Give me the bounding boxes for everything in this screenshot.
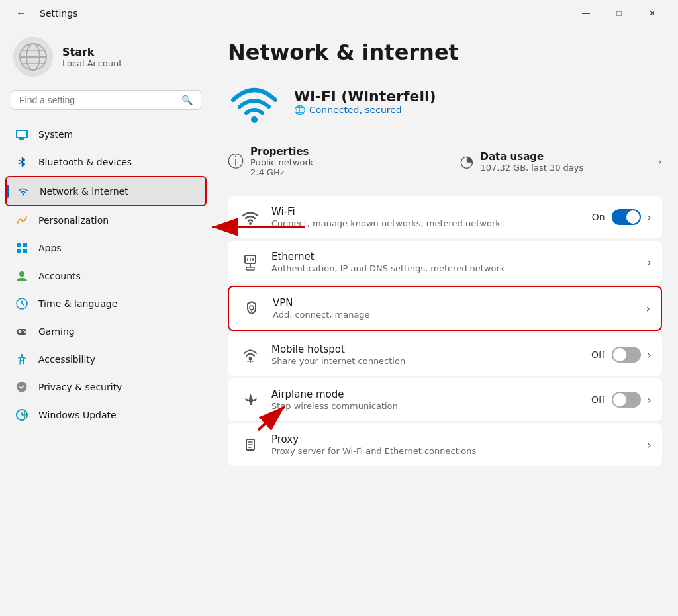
sidebar-item-accessibility[interactable]: Accessibility	[5, 345, 207, 373]
page-title: Network & internet	[228, 40, 662, 65]
vpn-card-info: VPN Add, connect, manage	[273, 297, 637, 320]
airplane-card-info: Airplane mode Stop wireless communicatio…	[271, 388, 582, 411]
svg-rect-32	[246, 267, 254, 270]
vpn-card-title: VPN	[273, 297, 637, 309]
accessibility-icon	[15, 352, 29, 367]
titlebar: ← Settings — □ ✕	[0, 0, 678, 26]
wifi-hero-icon	[228, 78, 281, 124]
wifi-status-label: On	[592, 212, 605, 222]
sidebar-item-gaming[interactable]: Gaming	[5, 318, 207, 345]
airplane-card[interactable]: Airplane mode Stop wireless communicatio…	[228, 378, 662, 421]
sidebar-item-apps[interactable]: Apps	[5, 234, 207, 262]
ethernet-card[interactable]: Ethernet Authentication, IP and DNS sett…	[228, 241, 662, 283]
proxy-card-right: ›	[648, 439, 652, 451]
hotspot-card-sub: Share your internet connection	[271, 356, 582, 366]
sidebar-item-accessibility-label: Accessibility	[38, 354, 95, 365]
svg-line-17	[22, 304, 24, 305]
properties-label: Properties	[250, 146, 313, 157]
sidebar-item-time[interactable]: Time & language	[5, 290, 207, 318]
data-usage-icon: ◔	[460, 152, 474, 171]
sidebar-item-accounts[interactable]: Accounts	[5, 262, 207, 290]
hotspot-card-info: Mobile hotspot Share your internet conne…	[271, 343, 582, 366]
wifi-toggle[interactable]	[612, 209, 641, 225]
wifi-status-text: Connected, secured	[309, 105, 402, 115]
app-container: Stark Local Account 🔍 System	[0, 26, 678, 616]
sidebar-item-personalization-label: Personalization	[38, 215, 109, 226]
search-input[interactable]	[19, 95, 176, 105]
svg-point-24	[23, 330, 24, 331]
airplane-chevron: ›	[648, 394, 652, 406]
ethernet-card-sub: Authentication, IP and DNS settings, met…	[271, 263, 638, 273]
main-content: Network & internet Wi-	[212, 26, 678, 616]
svg-point-23	[21, 331, 22, 332]
proxy-card-icon	[238, 433, 262, 457]
titlebar-left: ← Settings	[11, 3, 77, 24]
vpn-card-sub: Add, connect, manage	[273, 310, 637, 320]
properties-item[interactable]: ⓘ Properties Public network 2.4 GHz	[228, 138, 444, 185]
wifi-card[interactable]: Wi-Fi Connect, manage known networks, me…	[228, 196, 662, 238]
sidebar-item-network[interactable]: Network & internet	[5, 176, 207, 206]
properties-sub1: Public network	[250, 157, 313, 167]
search-box[interactable]: 🔍	[11, 90, 201, 110]
airplane-toggle[interactable]	[612, 392, 641, 408]
airplane-card-sub: Stop wireless communication	[271, 401, 582, 411]
proxy-card[interactable]: Proxy Proxy server for Wi-Fi and Etherne…	[228, 423, 662, 466]
system-icon	[15, 127, 29, 142]
svg-point-38	[249, 357, 252, 361]
airplane-status-label: Off	[591, 394, 605, 405]
svg-point-25	[24, 331, 26, 333]
ethernet-card-icon	[238, 250, 262, 274]
properties-sub2: 2.4 GHz	[250, 167, 313, 177]
svg-rect-7	[19, 138, 24, 140]
data-usage-item[interactable]: ◔ Data usage 107.32 GB, last 30 days ›	[444, 143, 663, 181]
wifi-card-right: On ›	[592, 209, 652, 225]
hotspot-card[interactable]: Mobile hotspot Share your internet conne…	[228, 333, 662, 376]
sidebar-item-personalization[interactable]: Personalization	[5, 206, 207, 234]
privacy-icon	[15, 380, 29, 394]
proxy-card-title: Proxy	[271, 433, 638, 445]
svg-point-22	[19, 331, 20, 332]
wifi-status: 🌐 Connected, secured	[294, 105, 436, 115]
close-button[interactable]: ✕	[637, 3, 667, 24]
sidebar-item-system[interactable]: System	[5, 120, 207, 148]
svg-point-20	[19, 330, 21, 331]
sidebar-item-gaming-label: Gaming	[38, 326, 75, 337]
user-profile: Stark Local Account	[5, 26, 207, 90]
update-icon	[15, 408, 29, 422]
network-icon	[16, 184, 30, 198]
svg-point-36	[250, 306, 254, 310]
hotspot-toggle[interactable]	[612, 347, 641, 363]
vpn-card[interactable]: VPN Add, connect, manage ›	[228, 286, 662, 331]
svg-point-26	[21, 354, 23, 357]
ethernet-chevron: ›	[648, 256, 652, 269]
svg-rect-8	[17, 131, 26, 137]
bluetooth-icon	[15, 155, 29, 169]
sidebar-item-update-label: Windows Update	[38, 410, 117, 420]
avatar	[13, 37, 53, 77]
proxy-card-info: Proxy Proxy server for Wi-Fi and Etherne…	[271, 433, 638, 456]
back-button[interactable]: ←	[11, 3, 32, 24]
accounts-icon	[15, 269, 29, 283]
svg-rect-13	[23, 249, 27, 253]
wifi-hero-info: Wi-Fi (Winterfell) 🌐 Connected, secured	[294, 88, 436, 115]
svg-point-29	[249, 222, 252, 225]
time-icon	[15, 296, 29, 311]
sidebar-item-update[interactable]: Windows Update	[5, 401, 207, 429]
sidebar-item-bluetooth[interactable]: Bluetooth & devices	[5, 148, 207, 176]
wifi-hero: Wi-Fi (Winterfell) 🌐 Connected, secured	[228, 78, 662, 124]
properties-bar: ⓘ Properties Public network 2.4 GHz ◔ Da…	[228, 138, 662, 185]
vpn-card-right: ›	[646, 302, 650, 315]
sidebar-item-privacy[interactable]: Privacy & security	[5, 373, 207, 401]
wifi-chevron: ›	[648, 211, 652, 224]
active-indicator	[7, 185, 9, 198]
search-icon: 🔍	[181, 95, 193, 105]
hotspot-chevron: ›	[648, 349, 652, 361]
proxy-chevron: ›	[648, 439, 652, 451]
maximize-button[interactable]: □	[604, 3, 634, 24]
minimize-button[interactable]: —	[571, 3, 601, 24]
sidebar-item-system-label: System	[38, 129, 73, 140]
titlebar-controls: — □ ✕	[571, 3, 667, 24]
user-name: Stark	[62, 46, 122, 58]
vpn-chevron: ›	[646, 302, 650, 315]
svg-point-14	[19, 271, 24, 277]
